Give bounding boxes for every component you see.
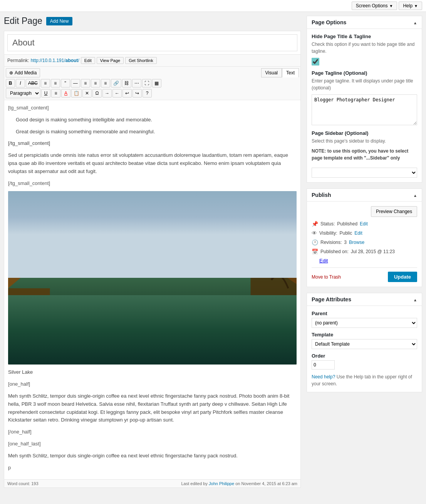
sidebar-select[interactable] bbox=[312, 168, 417, 178]
help-label: Help bbox=[403, 3, 413, 8]
status-value: Published bbox=[337, 221, 357, 227]
status-label: Status: bbox=[320, 221, 335, 227]
indent-button[interactable]: → bbox=[102, 89, 112, 97]
align-left-button[interactable]: ≡ bbox=[81, 79, 90, 87]
help-toolbar-button[interactable]: ? bbox=[143, 89, 152, 97]
visibility-row: 👁 Visibility: Public Edit bbox=[312, 230, 417, 236]
body-text: Sed ut perspiciatis unde omnis iste natu… bbox=[8, 151, 297, 175]
visibility-edit-link[interactable]: Edit bbox=[354, 230, 362, 236]
template-select[interactable]: Default Template bbox=[312, 339, 417, 349]
horizontal-rule-button[interactable]: — bbox=[71, 79, 80, 87]
revisions-label: Revisions: bbox=[320, 240, 342, 245]
p-tag: p bbox=[8, 464, 297, 472]
svg-marker-13 bbox=[217, 245, 234, 272]
sidebar-label: Page Sidebar (Optional) bbox=[312, 130, 417, 136]
title-area bbox=[4, 31, 300, 55]
strikethrough-button[interactable]: ABC bbox=[26, 79, 40, 87]
fullscreen-button[interactable]: ⛶ bbox=[142, 79, 151, 87]
shortcode-close: [/tg_small_content] bbox=[8, 139, 297, 148]
move-to-trash-link[interactable]: Move to Trash bbox=[312, 274, 341, 280]
publish-header[interactable]: Publish bbox=[307, 189, 422, 202]
svg-marker-2 bbox=[100, 209, 117, 225]
tagline-input[interactable]: Blogger Photographer Designer bbox=[312, 94, 417, 125]
bold-button[interactable]: B bbox=[6, 79, 15, 87]
page-attributes-header[interactable]: Page Attributes bbox=[307, 293, 422, 306]
add-media-button[interactable]: ⊕ Add Media bbox=[6, 68, 40, 77]
align-right-button[interactable]: ≡ bbox=[101, 79, 110, 87]
revisions-count: 3 bbox=[344, 240, 347, 245]
publish-meta: 📌 Status: Published Edit 👁 Visibility: P… bbox=[312, 221, 417, 264]
visibility-value: Public bbox=[339, 230, 352, 236]
redo-button[interactable]: ↪ bbox=[132, 89, 142, 97]
clear-format-button[interactable]: ✕ bbox=[82, 89, 92, 97]
update-button[interactable]: Update bbox=[388, 272, 417, 282]
outdent-button[interactable]: ← bbox=[112, 89, 122, 97]
align-center-button[interactable]: ≡ bbox=[91, 79, 100, 87]
published-on-row: 📅 Published on: Jul 28, 2015 @ 11:23 bbox=[312, 249, 417, 255]
help-button[interactable]: Help bbox=[399, 2, 422, 10]
status-edit-link[interactable]: Edit bbox=[360, 221, 368, 227]
view-page-button[interactable]: View Page bbox=[97, 57, 124, 64]
underline-button[interactable]: U bbox=[41, 89, 50, 97]
published-on-edit-link[interactable]: Edit bbox=[319, 258, 328, 264]
word-count: Word count: 193 bbox=[7, 481, 39, 486]
revisions-row: 🕐 Revisions: 3 Browse bbox=[312, 239, 417, 245]
svg-rect-0 bbox=[8, 191, 297, 267]
add-new-button[interactable]: Add New bbox=[46, 17, 73, 25]
title-input[interactable] bbox=[7, 34, 297, 51]
publish-body: Preview Changes 📌 Status: Published Edit… bbox=[307, 202, 422, 287]
tagline-desc: Enter page tagline. It will displays und… bbox=[312, 77, 417, 91]
paragraph-select[interactable]: Paragraph bbox=[6, 88, 40, 98]
order-input[interactable] bbox=[312, 360, 335, 370]
main-layout: Edit Page Add New Permalink: http://10.0… bbox=[0, 12, 426, 492]
published-on-value: Jul 28, 2015 @ 11:23 bbox=[351, 249, 395, 254]
preview-changes-button[interactable]: Preview Changes bbox=[371, 206, 417, 217]
screen-options-button[interactable]: Screen Options bbox=[352, 2, 397, 10]
chevron-up-icon bbox=[413, 297, 417, 302]
parent-label: Parent bbox=[312, 311, 417, 316]
status-icon: 📌 bbox=[312, 221, 318, 227]
page-options-panel: Page Options Hide Page Title & Tagline C… bbox=[307, 16, 422, 183]
svg-marker-20 bbox=[272, 234, 297, 284]
blockquote-button[interactable]: " bbox=[61, 79, 70, 87]
status-row: 📌 Status: Published Edit bbox=[312, 221, 417, 227]
ordered-list-button[interactable]: ≡ bbox=[51, 79, 60, 87]
revisions-browse-link[interactable]: Browse bbox=[349, 240, 364, 245]
italic-button[interactable]: I bbox=[16, 79, 25, 87]
screen-options-label: Screen Options bbox=[356, 3, 388, 8]
unlink-button[interactable]: ⛓ bbox=[122, 79, 131, 87]
svg-marker-15 bbox=[276, 249, 292, 272]
parent-select[interactable]: (no parent) bbox=[312, 318, 417, 328]
right-column: Page Options Hide Page Title & Tagline C… bbox=[307, 16, 422, 488]
edit-permalink-button[interactable]: Edit bbox=[81, 57, 95, 64]
hide-title-checkbox[interactable] bbox=[312, 58, 319, 66]
svg-marker-12 bbox=[188, 249, 205, 272]
show-toolbar-button[interactable]: ▦ bbox=[152, 79, 161, 87]
page-options-header[interactable]: Page Options bbox=[307, 16, 422, 29]
visibility-label: Visibility: bbox=[319, 230, 337, 236]
color-button[interactable]: A bbox=[61, 89, 70, 97]
more-button[interactable]: ⋯ bbox=[132, 79, 141, 87]
hide-title-label: Hide Page Title & Tagline bbox=[312, 34, 417, 39]
svg-marker-6 bbox=[21, 247, 37, 272]
editor-footer: Word count: 193 Last edited by John Phil… bbox=[4, 479, 300, 487]
template-label: Template bbox=[312, 332, 417, 338]
help-link[interactable]: Need help? bbox=[312, 374, 335, 380]
undo-button[interactable]: ↩ bbox=[122, 89, 132, 97]
chevron-down-icon bbox=[389, 3, 393, 8]
permalink-url[interactable]: http://10.0.1.191/about/ bbox=[31, 58, 79, 63]
calendar-icon: 📅 bbox=[312, 249, 318, 255]
content-blockquote: Good design is making something intellig… bbox=[16, 116, 297, 136]
get-shortlink-button[interactable]: Get Shortlink bbox=[125, 57, 157, 64]
last-edited-author[interactable]: John Philippe bbox=[209, 481, 234, 486]
visual-tab[interactable]: Visual bbox=[261, 68, 282, 77]
svg-rect-17 bbox=[8, 289, 50, 365]
special-char-button[interactable]: Ω bbox=[92, 89, 102, 97]
text-tab[interactable]: Text bbox=[282, 68, 299, 77]
order-label: Order bbox=[312, 353, 417, 359]
link-button[interactable]: 🔗 bbox=[111, 79, 121, 87]
unordered-list-button[interactable]: ≡ bbox=[41, 79, 50, 87]
justify-button[interactable]: ≡ bbox=[51, 89, 60, 97]
paste-button[interactable]: 📋 bbox=[71, 89, 82, 97]
editor-content[interactable]: [tg_small_content] Good design is making… bbox=[4, 100, 300, 479]
